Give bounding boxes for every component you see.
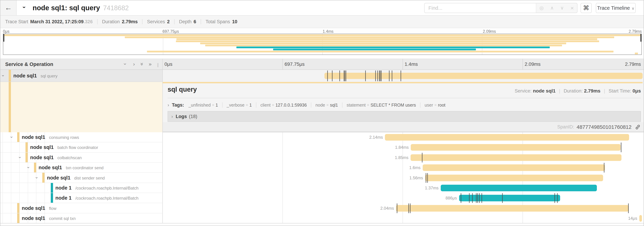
column-resize-grip[interactable]: ∥ [157, 63, 160, 67]
bar-row-sql-query[interactable] [162, 70, 644, 82]
view-selector-button[interactable]: Trace Timeline∨ [596, 3, 636, 13]
minimap-axis-label: 2.79ms [629, 29, 642, 34]
tree-row[interactable]: node 1/cockroach.roachpb.Internal/Batch [0, 193, 162, 203]
span-row[interactable]: ›node sql1dist sender send1.56ms [0, 173, 644, 183]
tree-row[interactable]: node sql1flow [0, 203, 162, 213]
rows-bottom-border [0, 223, 644, 223]
find-input[interactable] [424, 3, 536, 13]
tree-row[interactable]: ›node sql1txn coordinator send [0, 163, 162, 173]
bar-row[interactable]: 14μs [162, 213, 644, 223]
logs-accordion[interactable]: › Logs (18) [168, 111, 641, 122]
trace-id: 7418682 [103, 4, 129, 12]
service-name[interactable]: node sql1colbatchscan [30, 154, 82, 160]
minimap-left-scrubber[interactable] [3, 34, 4, 42]
span-duration-label: 886μs [446, 196, 457, 200]
equals-sign: = [367, 103, 369, 107]
log-marker-tick [379, 71, 380, 81]
service-name[interactable]: node sql1dist sender send [47, 175, 105, 180]
axis-tick-label: 697.75μs [284, 59, 305, 69]
tags-list: _unfinished=1_verbose=1client=127.0.0.1:… [188, 102, 446, 108]
tree-row-sql-query[interactable]: ›node sql1sql query [0, 70, 162, 82]
tree-row[interactable]: node sql1batch flow coordinator [0, 142, 162, 152]
find-bar: ◎ ∧ ∨ × [424, 3, 578, 13]
bar-row[interactable]: 1.6ms [162, 163, 644, 173]
find-clear-icon[interactable]: × [570, 5, 574, 11]
bar-row[interactable]: 886μs [162, 193, 644, 203]
chevron-down-icon[interactable]: › [9, 136, 14, 138]
span-id-label: SpanID: [557, 124, 574, 130]
service-name[interactable]: node sql1commit sql txn [22, 215, 76, 221]
span-bar[interactable] [324, 73, 642, 79]
log-marker-tick [472, 193, 473, 203]
bar-row[interactable]: 1.84ms [162, 142, 644, 152]
span-bar[interactable] [423, 164, 605, 171]
service-name[interactable]: node sql1consuming rows [22, 134, 79, 140]
keyboard-shortcuts-button[interactable]: ⌘ [580, 3, 592, 13]
expand-one-icon[interactable]: › [133, 59, 135, 69]
tag-key: node [316, 103, 325, 108]
span-row[interactable]: node 1/cockroach.roachpb.Internal/Batch8… [0, 193, 644, 203]
chevron-down-icon[interactable]: › [26, 167, 31, 168]
service-name[interactable]: node sql1sql query [13, 73, 58, 79]
tree-row[interactable]: node 1/cockroach.roachpb.Internal/Batch [0, 183, 162, 193]
span-bar[interactable] [441, 185, 597, 191]
link-icon[interactable] [635, 124, 640, 130]
span-row[interactable]: node 1/cockroach.roachpb.Internal/Batch1… [0, 183, 644, 193]
span-bar[interactable] [385, 134, 629, 141]
tag-value: sql1 [330, 103, 338, 108]
span-row[interactable]: node sql1flow2.04ms [0, 203, 644, 213]
span-row[interactable]: ›node sql1consuming rows2.14ms [0, 132, 644, 142]
tree-row[interactable]: node sql1commit sql txn [0, 213, 162, 223]
span-bar[interactable] [459, 195, 560, 201]
service-name[interactable]: node sql1txn coordinator send [39, 165, 104, 170]
span-duration-label: 1.56ms [409, 175, 423, 180]
service-name[interactable]: node 1/cockroach.roachpb.Internal/Batch [56, 185, 139, 191]
tags-accordion[interactable]: › Tags: _unfinished=1_verbose=1client=12… [168, 100, 641, 110]
log-marker-tick [332, 71, 332, 81]
chevron-down-icon[interactable]: › [17, 157, 23, 158]
tree-row[interactable]: ›node sql1colbatchscan [0, 153, 162, 163]
span-bar[interactable] [411, 144, 620, 151]
span-row[interactable]: node sql1commit sql txn14μs [0, 213, 644, 223]
locate-icon[interactable]: ◎ [540, 6, 544, 11]
span-bar[interactable] [639, 215, 642, 222]
tree-row[interactable]: ›node sql1dist sender send [0, 173, 162, 183]
tree-row[interactable]: ›node sql1consuming rows [0, 132, 162, 142]
span-row[interactable]: ›node sql1txn coordinator send1.6ms [0, 163, 644, 173]
bar-row[interactable]: 1.85ms [162, 153, 644, 163]
panel-divider[interactable] [162, 59, 163, 223]
chevron-down-icon[interactable]: › [34, 177, 40, 178]
span-bar[interactable] [396, 205, 628, 211]
tag-value: 127.0.0.1:59936 [276, 103, 307, 108]
expand-all-icon[interactable]: » [149, 59, 152, 69]
tag-item: _verbose=1 [227, 103, 252, 108]
service-name[interactable]: node sql1batch flow coordinator [30, 144, 98, 150]
bar-row[interactable]: 1.37ms [162, 183, 644, 193]
divider [168, 98, 641, 98]
log-marker-tick [340, 71, 340, 81]
service-accent-bar [26, 142, 28, 152]
log-marker-tick [604, 163, 604, 172]
span-row[interactable]: ›node sql1colbatchscan1.85ms [0, 153, 644, 163]
span-bar[interactable] [425, 175, 603, 181]
bar-row[interactable]: 1.56ms [162, 173, 644, 183]
service-name[interactable]: node sql1flow [22, 205, 56, 211]
bar-row[interactable]: 2.04ms [162, 203, 644, 213]
collapse-one-icon[interactable]: › [124, 59, 126, 69]
trace-collapse-toggle[interactable]: › [24, 0, 26, 15]
bar-row[interactable]: 2.14ms [162, 132, 644, 142]
collapse-all-icon[interactable]: » [141, 59, 144, 69]
find-next-icon[interactable]: ∨ [560, 6, 564, 11]
back-button[interactable]: ← [0, 0, 17, 15]
span-bar[interactable] [410, 154, 622, 161]
find-prev-icon[interactable]: ∧ [550, 6, 554, 11]
span-row-selected[interactable]: ›node sql1sql query [0, 70, 644, 82]
span-row[interactable]: node sql1batch flow coordinator1.84ms [0, 142, 644, 152]
start-time-value: 0μs [632, 88, 641, 94]
tag-separator [311, 102, 311, 108]
chevron-down-icon[interactable]: › [0, 75, 6, 77]
service-name[interactable]: node 1/cockroach.roachpb.Internal/Batch [56, 195, 139, 201]
minimap-canvas[interactable] [3, 34, 642, 55]
minimap-right-scrubber[interactable] [640, 34, 642, 42]
bars-strip: 1.56ms [324, 173, 642, 183]
